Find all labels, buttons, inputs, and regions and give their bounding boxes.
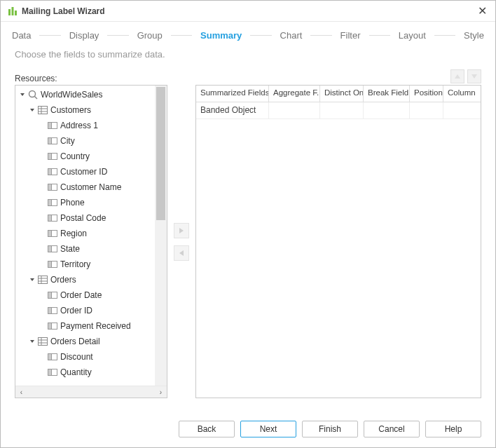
- tree-field[interactable]: Postal Code: [15, 210, 167, 226]
- svg-line-4: [35, 97, 38, 100]
- field-icon: [48, 307, 57, 314]
- step-chart[interactable]: Chart: [279, 29, 304, 42]
- next-button[interactable]: Next: [240, 421, 296, 437]
- svg-rect-2: [15, 11, 17, 15]
- tree-field[interactable]: Customer ID: [15, 164, 167, 179]
- datasource-icon: [28, 90, 38, 100]
- tree-label: Customers: [50, 105, 91, 115]
- th-column[interactable]: Column: [443, 86, 481, 102]
- field-icon: [48, 215, 57, 222]
- svg-rect-18: [48, 184, 52, 191]
- resources-tree-panel: WorldWideSalesCustomersAddress 1CityCoun…: [15, 85, 167, 398]
- tree-field[interactable]: Country: [15, 149, 167, 164]
- field-icon: [48, 153, 57, 160]
- svg-rect-39: [39, 338, 48, 346]
- svg-rect-10: [48, 123, 52, 129]
- tree-label: Quantity: [60, 367, 92, 377]
- th-break-field[interactable]: Break Field: [364, 86, 410, 102]
- expand-icon[interactable]: [18, 92, 27, 97]
- tree-group[interactable]: Orders Detail: [15, 334, 167, 349]
- tree-field[interactable]: State: [15, 241, 167, 257]
- svg-rect-5: [39, 107, 48, 114]
- table-icon: [38, 106, 48, 114]
- cancel-button[interactable]: Cancel: [364, 421, 420, 437]
- add-field-button[interactable]: [174, 223, 189, 238]
- tree-field[interactable]: Phone: [15, 195, 167, 210]
- tree-label: Territory: [60, 259, 90, 269]
- svg-rect-14: [48, 154, 52, 160]
- resources-label: Resources:: [15, 74, 57, 83]
- svg-rect-46: [48, 369, 52, 376]
- svg-rect-36: [48, 308, 52, 314]
- step-layout[interactable]: Layout: [397, 29, 427, 42]
- th-position[interactable]: Position: [410, 86, 443, 102]
- tree-field[interactable]: Payment Received: [15, 318, 167, 334]
- move-up-button[interactable]: [450, 69, 464, 83]
- cell-summarized: Banded Object: [196, 102, 269, 118]
- table-icon: [38, 276, 48, 284]
- step-style[interactable]: Style: [462, 29, 485, 42]
- th-distinct-on[interactable]: Distinct On: [320, 86, 364, 102]
- window-title: Mailing Label Wizard: [22, 6, 105, 16]
- close-icon[interactable]: ✕: [475, 4, 490, 18]
- svg-rect-22: [48, 215, 52, 222]
- tree-root[interactable]: WorldWideSales: [15, 87, 167, 102]
- expand-icon[interactable]: [28, 339, 36, 344]
- tree-field[interactable]: Territory: [15, 257, 167, 272]
- tree-field[interactable]: Discount: [15, 349, 167, 365]
- horizontal-scrollbar[interactable]: ‹ ›: [15, 386, 167, 398]
- tree-field[interactable]: Order ID: [15, 303, 167, 318]
- footer-buttons: Back Next Finish Cancel Help: [1, 412, 495, 447]
- tree-label: Order Date: [60, 290, 102, 300]
- app-icon: [8, 6, 18, 16]
- th-summarized-fields[interactable]: Summarized Fields: [196, 86, 269, 102]
- expand-icon[interactable]: [28, 107, 36, 113]
- field-icon: [48, 230, 57, 237]
- field-icon: [48, 323, 57, 330]
- svg-rect-1: [12, 7, 14, 15]
- tree-field[interactable]: Order Date: [15, 287, 167, 303]
- field-icon: [48, 369, 57, 376]
- svg-rect-26: [48, 246, 52, 252]
- subtitle: Choose the fields to summarize data.: [1, 46, 495, 69]
- svg-rect-34: [48, 292, 52, 299]
- finish-button[interactable]: Finish: [302, 421, 358, 437]
- step-display[interactable]: Display: [68, 29, 101, 42]
- th-aggregate[interactable]: Aggregate F...: [269, 86, 320, 102]
- tree-label: Discount: [60, 352, 93, 362]
- step-data[interactable]: Data: [11, 29, 32, 42]
- table-header: Summarized Fields Aggregate F... Distinc…: [196, 86, 481, 102]
- svg-rect-12: [48, 138, 52, 144]
- tree-field[interactable]: Customer Name: [15, 179, 167, 195]
- move-down-button[interactable]: [467, 69, 481, 83]
- table-row[interactable]: Banded Object: [196, 102, 481, 119]
- tree-label: Address 1: [60, 121, 98, 130]
- vertical-scrollbar[interactable]: [155, 86, 167, 386]
- field-icon: [48, 245, 57, 252]
- tree-label: City: [60, 136, 75, 146]
- tree-label: Order ID: [60, 306, 92, 315]
- remove-field-button[interactable]: [174, 245, 189, 261]
- summary-table: Summarized Fields Aggregate F... Distinc…: [195, 85, 481, 398]
- tree-field[interactable]: Region: [15, 226, 167, 241]
- help-button[interactable]: Help: [425, 421, 481, 437]
- step-group[interactable]: Group: [136, 29, 164, 42]
- field-icon: [48, 184, 57, 191]
- scroll-right-icon[interactable]: ›: [155, 386, 167, 398]
- tree-label: Orders: [50, 275, 76, 285]
- back-button[interactable]: Back: [179, 421, 235, 437]
- tree-group[interactable]: Customers: [15, 102, 167, 118]
- tree-label: Postal Code: [60, 213, 106, 223]
- svg-rect-28: [48, 262, 52, 268]
- step-filter[interactable]: Filter: [339, 29, 362, 42]
- tree-label: Payment Received: [60, 321, 131, 331]
- tree-field[interactable]: Quantity: [15, 365, 167, 380]
- field-icon: [48, 137, 57, 144]
- tree-field[interactable]: City: [15, 133, 167, 149]
- expand-icon[interactable]: [28, 277, 36, 283]
- scroll-left-icon[interactable]: ‹: [15, 386, 27, 398]
- resources-tree[interactable]: WorldWideSalesCustomersAddress 1CityCoun…: [15, 86, 167, 380]
- tree-field[interactable]: Address 1: [15, 118, 167, 133]
- tree-group[interactable]: Orders: [15, 272, 167, 287]
- step-summary[interactable]: Summary: [199, 29, 243, 42]
